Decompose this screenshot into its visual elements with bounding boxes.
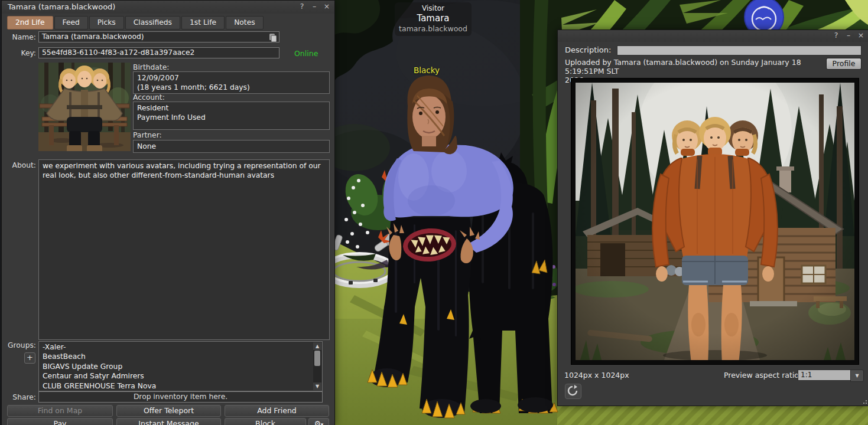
key-label: Key: <box>6 49 36 57</box>
gear-menu-button[interactable]: ⚙▾ <box>308 418 329 425</box>
tab-picks[interactable]: Picks <box>89 16 124 30</box>
image-dimensions: 1024px x 1024px <box>564 371 629 380</box>
group-item[interactable]: BIGAVS Update Group <box>39 362 322 371</box>
profile-window: Tamara (tamara.blackwood) ? – × 2nd Life… <box>1 0 335 425</box>
pay-button[interactable]: Pay <box>7 418 113 425</box>
scroll-up-icon[interactable]: ▲ <box>313 342 321 350</box>
partner-box: None <box>133 140 330 153</box>
tab-2nd-life[interactable]: 2nd Life <box>7 16 53 30</box>
about-label: About: <box>6 161 36 169</box>
scroll-down-icon[interactable]: ▼ <box>313 382 321 390</box>
copy-icon[interactable] <box>268 32 278 43</box>
offer-teleport-button[interactable]: Offer Teleport <box>116 405 221 417</box>
groups-label: Groups: <box>6 341 36 349</box>
tab-1st-life[interactable]: 1st Life <box>181 16 225 30</box>
account-box: Resident Payment Info Used <box>133 102 330 130</box>
profile-tabbar: 2nd Life Feed Picks Classifieds 1st Life… <box>7 16 264 30</box>
groups-scrollbar[interactable]: ▲ ▼ <box>313 342 321 390</box>
caret-down-icon: ▾ <box>321 421 324 425</box>
birthdate-age: (18 years 1 month; 6621 days) <box>137 83 326 92</box>
viewport: Visitor Tamara tamara.blackwood Blacky T… <box>0 0 868 425</box>
texture-image-frame <box>571 78 859 365</box>
share-label: Share: <box>6 393 36 401</box>
group-item[interactable]: CLUB GREENHOUSE Terra Nova <box>39 381 322 391</box>
account-label: Account: <box>133 93 165 102</box>
about-textarea[interactable]: we experiment with various avatars, incl… <box>38 159 330 340</box>
help-icon[interactable]: ? <box>832 31 840 40</box>
refresh-icon <box>565 384 580 397</box>
account-payment: Payment Info Used <box>137 113 326 122</box>
group-item[interactable]: BeastBeach <box>39 352 322 361</box>
profile-window-title: Tamara (tamara.blackwood) <box>8 2 115 11</box>
close-icon[interactable]: × <box>857 31 865 40</box>
name-label: Name: <box>6 33 36 41</box>
find-on-map-button[interactable]: Find on Map <box>7 405 113 417</box>
texture-image <box>576 83 854 360</box>
partner-label: Partner: <box>133 131 162 139</box>
uploaded-line1: Uploaded by Tamara (tamara.blackwood) on… <box>565 58 813 76</box>
refresh-button[interactable] <box>565 384 581 399</box>
preview-titlebar[interactable]: ? – × <box>558 30 868 42</box>
description-input[interactable] <box>617 45 862 55</box>
birthdate-date: 12/09/2007 <box>137 73 326 83</box>
gear-icon: ⚙ <box>314 419 321 425</box>
tab-feed[interactable]: Feed <box>54 16 88 30</box>
nametag-display-name: Tamara <box>395 13 472 24</box>
key-field[interactable]: 55e4fd83-6110-4f83-a172-d81a397aace2 <box>38 47 279 58</box>
block-button[interactable]: Block <box>225 418 306 425</box>
group-item[interactable]: -Xaler- <box>39 342 322 352</box>
nametag-role: Visitor <box>395 4 472 13</box>
scrollbar-thumb[interactable] <box>314 351 320 366</box>
share-drop-target[interactable]: Drop inventory item here. <box>38 391 323 403</box>
account-type: Resident <box>137 103 326 113</box>
close-icon[interactable]: × <box>323 2 331 11</box>
aspect-ratio-select[interactable]: 1:1 <box>798 370 851 381</box>
resize-grip[interactable] <box>862 399 867 404</box>
profile-titlebar[interactable]: Tamara (tamara.blackwood) ? – × <box>2 1 334 14</box>
online-status: Online <box>294 49 318 58</box>
minimize-icon[interactable]: – <box>310 2 318 11</box>
birthdate-box: 12/09/2007 (18 years 1 month; 6621 days) <box>133 71 330 94</box>
avatar-label-blacky: Blacky <box>414 66 440 75</box>
groups-list[interactable]: -Xaler- BeastBeach BIGAVS Update Group C… <box>38 341 323 391</box>
profile-portrait[interactable] <box>38 63 131 151</box>
add-friend-button[interactable]: Add Friend <box>225 405 329 417</box>
texture-preview-window: ? – × Description: Uploaded by Tamara (t… <box>557 30 868 406</box>
group-item[interactable]: Centaur and Satyr Admirers <box>39 371 322 381</box>
minimize-icon[interactable]: – <box>844 31 853 40</box>
add-group-button[interactable]: + <box>24 352 35 364</box>
dropdown-arrow-icon[interactable]: ▼ <box>850 370 864 382</box>
tab-notes[interactable]: Notes <box>226 16 264 30</box>
tab-classifieds[interactable]: Classifieds <box>125 16 180 30</box>
help-icon[interactable]: ? <box>298 2 306 11</box>
uploader-profile-button[interactable]: Profile <box>826 58 862 70</box>
nametag-username: tamara.blackwood <box>395 24 472 34</box>
description-label: Description: <box>565 45 611 54</box>
instant-message-button[interactable]: Instant Message <box>116 418 221 425</box>
aspect-ratio-label: Preview aspect ratio <box>724 371 799 380</box>
name-field[interactable]: Tamara (tamara.blackwood) <box>38 31 279 42</box>
visitor-nametag: Visitor Tamara tamara.blackwood <box>395 2 472 36</box>
birthdate-label: Birthdate: <box>133 63 169 71</box>
